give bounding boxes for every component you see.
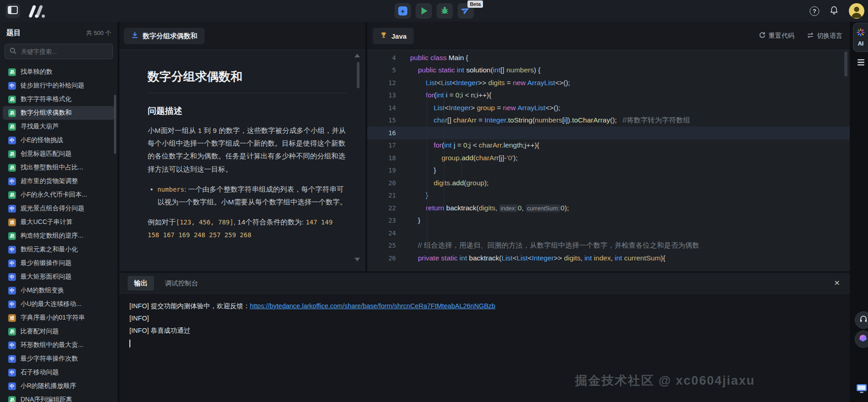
scroll-down-arrow-icon[interactable] bbox=[354, 258, 360, 261]
editor-scrollbar[interactable] bbox=[844, 51, 847, 76]
problem-tab[interactable]: 数字分组求偶数和 bbox=[124, 28, 205, 44]
code-line[interactable]: 4public class Main { bbox=[367, 51, 850, 64]
code-text: List<List<Integer>> digits = new ArrayLi… bbox=[396, 79, 570, 87]
problem-label: 构造特定数组的逆序... bbox=[21, 232, 83, 240]
problem-description-panel: 数字分组求偶数和 数字分组求偶数和 问题描述 小M面对一组从 1 到 9 的数字… bbox=[119, 22, 365, 271]
code-line[interactable]: 21 } bbox=[367, 189, 850, 202]
problem-label: 小F的永久代币卡回本... bbox=[21, 191, 87, 199]
code-line[interactable]: 25 // 组合选择，用递归、回溯的方法，从数字组中选择一个数字，并检查各位之和… bbox=[367, 239, 850, 252]
difficulty-badge: 易 bbox=[8, 191, 16, 199]
line-number: 14 bbox=[367, 104, 396, 112]
problem-list-item[interactable]: 中徒步旅行中的补给问题 bbox=[3, 79, 115, 92]
debug-button[interactable] bbox=[437, 3, 453, 19]
problem-list-item[interactable]: 易找出整型数组中占比... bbox=[3, 161, 115, 174]
help-icon[interactable]: ? bbox=[810, 6, 819, 16]
problem-list-item[interactable]: 易比赛配对问题 bbox=[3, 325, 115, 338]
problem-label: 字典序最小的01字符串 bbox=[21, 314, 85, 322]
problem-list-item[interactable]: 易找单独的数 bbox=[3, 65, 115, 79]
sidebar-scrollbar[interactable] bbox=[114, 95, 116, 154]
code-editor[interactable]: 4public class Main {5 public static int … bbox=[367, 51, 850, 271]
line-number: 15 bbox=[367, 117, 396, 124]
line-number: 18 bbox=[367, 154, 396, 162]
sparkle-icon bbox=[857, 28, 865, 38]
language-tab-java[interactable]: Java bbox=[373, 28, 414, 44]
code-line[interactable]: 14 List<Integer> group = new ArrayList<>… bbox=[367, 102, 850, 114]
line-number: 5 bbox=[367, 66, 396, 74]
problem-label: 小M的数组变换 bbox=[21, 286, 64, 295]
close-icon[interactable]: × bbox=[834, 277, 840, 289]
problem-label: 观光景点组合得分问题 bbox=[21, 204, 84, 213]
tab-debug-console[interactable]: 调试控制台 bbox=[165, 273, 198, 294]
problem-list-item[interactable]: 易小F的永久代币卡回本... bbox=[3, 188, 115, 202]
code-line[interactable]: 17 for(int j = 0;j < charArr.length;j++)… bbox=[367, 139, 850, 152]
problem-label: 创意标题匹配问题 bbox=[21, 150, 72, 158]
problem-list-item[interactable]: 中小M的数组变换 bbox=[3, 284, 115, 297]
code-line[interactable]: 19 } bbox=[367, 164, 850, 177]
problem-list-item[interactable]: 中环形数组中的最大贡... bbox=[3, 338, 115, 352]
problem-list-toggle-button[interactable] bbox=[855, 56, 868, 71]
code-text: digits.add(group); bbox=[396, 179, 488, 187]
problem-list-item[interactable]: 中石子移动问题 bbox=[3, 366, 115, 379]
create-button[interactable]: + bbox=[395, 3, 411, 19]
sidebar-toggle-button[interactable] bbox=[5, 4, 20, 18]
code-line[interactable]: 15 char[] charArr = Integer.toString(num… bbox=[367, 114, 850, 127]
code-line[interactable]: 22 return backtrack(digits, index:0, cur… bbox=[367, 202, 850, 214]
tab-output[interactable]: 输出 bbox=[128, 276, 154, 290]
search-input[interactable] bbox=[20, 48, 108, 56]
code-text: for(int j = 0;j < charArr.length;j++){ bbox=[396, 141, 539, 149]
ai-brain-button[interactable] bbox=[855, 331, 868, 348]
problem-list-item[interactable]: 难字典序最小的01字符串 bbox=[3, 311, 115, 325]
code-line[interactable]: 20 digits.add(group); bbox=[367, 177, 850, 189]
indent-guide bbox=[427, 76, 427, 252]
reset-code-button[interactable]: 重置代码 bbox=[759, 32, 794, 40]
problem-list-item[interactable]: 易构造特定数组的逆序... bbox=[3, 229, 115, 243]
problem-list-item[interactable]: 中小E的怪物挑战 bbox=[3, 133, 115, 147]
feedback-button[interactable] bbox=[855, 382, 868, 397]
problem-list-item[interactable]: 中观光景点组合得分问题 bbox=[3, 202, 115, 215]
description-paragraph: 例如对于[123, 456, 789], 14个符合条件的数为: 147 149… bbox=[148, 216, 347, 241]
code-line[interactable]: 18 group.add(charArr[j]-'0'); bbox=[367, 152, 850, 164]
inline-code: [123, 456, 789] bbox=[176, 219, 233, 226]
code-text: } bbox=[396, 166, 436, 174]
problem-list-item[interactable]: 中最少字符串操作次数 bbox=[3, 352, 115, 366]
problem-list-item[interactable]: 易创意标题匹配问题 bbox=[3, 147, 115, 161]
problem-list-item[interactable]: 易数字分组求偶数和 bbox=[3, 106, 115, 120]
code-text: public static int solution(int[] numbers… bbox=[396, 66, 540, 74]
code-line[interactable]: 16 bbox=[367, 127, 850, 139]
play-icon bbox=[421, 7, 427, 15]
problem-list-item[interactable]: 中小R的随机播放顺序 bbox=[3, 379, 115, 393]
problem-list-item[interactable]: 易数字字符串格式化 bbox=[3, 92, 115, 106]
problem-list-item[interactable]: 中最大矩形面积问题 bbox=[3, 270, 115, 284]
search-box[interactable] bbox=[5, 44, 113, 59]
submit-button[interactable]: Beta bbox=[457, 3, 474, 19]
problem-list-item[interactable]: 难最大UCC子串计算 bbox=[3, 215, 115, 229]
line-number: 22 bbox=[367, 204, 396, 212]
switch-language-button[interactable]: 切换语言 bbox=[807, 32, 842, 40]
code-line[interactable]: 12 List<List<Integer>> digits = new Arra… bbox=[367, 76, 850, 89]
code-line[interactable]: 13 for(int i = 0;i < n;i++){ bbox=[367, 89, 850, 102]
difficulty-badge: 中 bbox=[8, 369, 16, 377]
description-scrollbar[interactable] bbox=[357, 62, 360, 88]
bug-icon bbox=[440, 5, 449, 16]
code-line[interactable]: 23 } bbox=[367, 214, 850, 227]
support-button[interactable] bbox=[855, 311, 868, 329]
problem-list-item[interactable]: 中超市里的货物架调整 bbox=[3, 174, 115, 188]
problem-list-item[interactable]: 中小U的最大连续移动... bbox=[3, 297, 115, 311]
problem-list-item[interactable]: 易寻找最大葫芦 bbox=[3, 120, 115, 133]
console-log-line: [INFO] 提交功能内测体验中，欢迎反馈：https://bytedance.… bbox=[129, 300, 841, 312]
feedback-link[interactable]: https://bytedance.larkoffice.com/share/b… bbox=[250, 302, 495, 310]
editor-header: Java 重置代码 bbox=[367, 22, 850, 50]
ai-assistant-button[interactable]: AI bbox=[853, 23, 868, 52]
problem-list-item[interactable]: 易DNA序列编辑距离 bbox=[3, 393, 115, 402]
scroll-up-arrow-icon[interactable] bbox=[354, 54, 360, 57]
reset-icon bbox=[759, 32, 765, 40]
code-line[interactable]: 26 private static int backtrack(List<Lis… bbox=[367, 252, 850, 265]
code-line[interactable]: 5 public static int solution(int[] numbe… bbox=[367, 64, 850, 77]
problem-list-item[interactable]: 中数组元素之和最小化 bbox=[3, 243, 115, 256]
code-line[interactable]: 24 bbox=[367, 227, 850, 239]
notifications-bell-icon[interactable] bbox=[829, 5, 839, 17]
run-button[interactable] bbox=[416, 3, 432, 19]
problem-list-item[interactable]: 中最少前缀操作问题 bbox=[3, 256, 115, 270]
terminal-cursor bbox=[129, 340, 130, 347]
user-avatar[interactable] bbox=[849, 3, 864, 19]
